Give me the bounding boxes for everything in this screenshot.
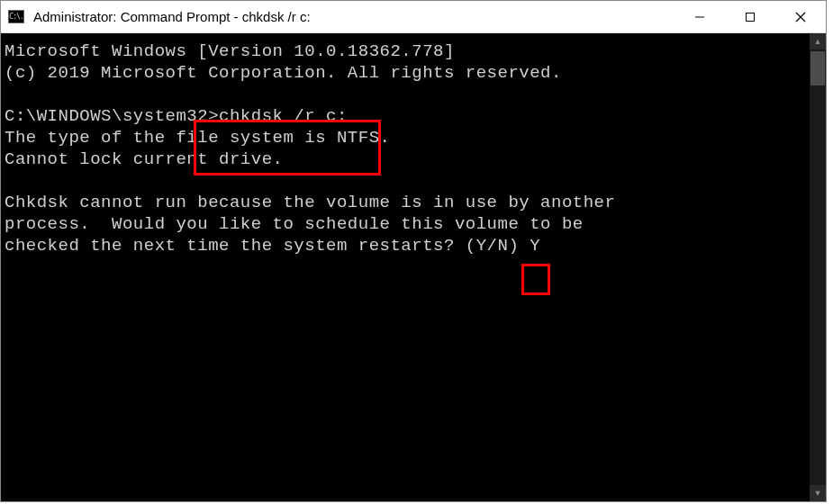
chevron-up-icon: ▲ [814,37,822,46]
console-line: Microsoft Windows [Version 10.0.18362.77… [5,41,455,61]
window-title: Administrator: Command Prompt - chkdsk /… [33,9,675,24]
console-prompt: C:\WINDOWS\system32> [5,106,219,126]
window-controls [675,1,826,32]
scrollbar-thumb[interactable] [810,51,825,86]
close-icon [795,12,806,22]
minimize-button[interactable] [675,1,725,32]
console-line: Chkdsk cannot run because the volume is … [5,193,615,212]
console-output: Microsoft Windows [Version 10.0.18362.77… [5,40,822,256]
annotation-highlight-input [521,264,550,295]
scrollbar-up-button[interactable]: ▲ [810,33,826,50]
maximize-button[interactable] [725,1,775,32]
console-line: checked the next time the system restart… [5,236,530,256]
minimize-icon [694,12,705,22]
console-body[interactable]: Microsoft Windows [Version 10.0.18362.77… [1,33,826,501]
vertical-scrollbar[interactable]: ▲ ▼ [810,33,826,501]
console-line: (c) 2019 Microsoft Corporation. All righ… [5,63,562,83]
close-button[interactable] [775,1,826,32]
console-command: chkdsk /r c: [219,106,348,126]
titlebar[interactable]: C:\. Administrator: Command Prompt - chk… [1,1,826,33]
console-line: The type of the file system is NTFS. [5,128,390,148]
maximize-icon [745,12,756,22]
scrollbar-down-button[interactable]: ▼ [810,485,826,501]
console-line: Cannot lock current drive. [5,149,283,169]
console-line: process. Would you like to schedule this… [5,214,584,234]
svg-rect-1 [747,13,755,21]
command-prompt-window: C:\. Administrator: Command Prompt - chk… [0,0,827,502]
cmd-icon: C:\. [8,10,24,23]
chevron-down-icon: ▼ [814,489,822,498]
user-input: Y [530,236,540,256]
